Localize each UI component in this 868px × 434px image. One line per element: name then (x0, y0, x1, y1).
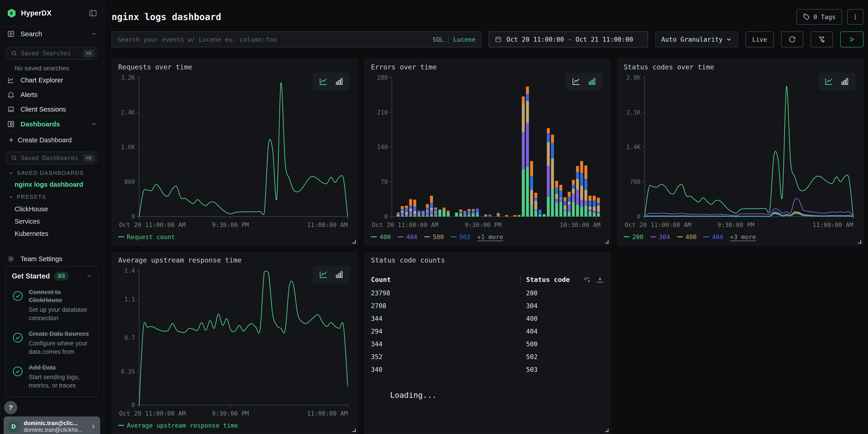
presets-section-header[interactable]: PRESETS (8, 194, 104, 200)
granularity-select[interactable]: Auto Granularity (655, 31, 738, 48)
sidebar-item-dashboards[interactable]: Dashboards (0, 117, 104, 132)
svg-text:0: 0 (131, 213, 135, 220)
chart-legend: Request count (118, 231, 351, 243)
table-row[interactable]: 344500 (371, 338, 604, 350)
sidebar-collapse-icon[interactable] (88, 9, 97, 18)
column-header-count[interactable]: Count (371, 276, 520, 283)
table-row[interactable]: 340503 (371, 363, 604, 376)
get-started-item[interactable]: Create Data Sources Configure where your… (12, 330, 92, 356)
resize-handle[interactable] (352, 429, 356, 432)
sidebar-item-chart-explorer[interactable]: Chart Explorer (0, 73, 104, 87)
nav-label: Chart Explorer (21, 76, 63, 84)
svg-text:0: 0 (384, 213, 388, 220)
status-codes-chart[interactable]: 07001.4K2.1K2.8KOct 20 11:00:00 AM9:30:0… (624, 73, 857, 231)
get-started-card: Get Started 3/3 Connect to ClickHouse Se… (5, 266, 98, 397)
dashboards-label: Dashboards (21, 120, 60, 128)
saved-searches-input[interactable]: Saved Searches ⌘K (5, 47, 98, 60)
sidebar-item-client-sessions[interactable]: Client Sessions (0, 102, 104, 117)
resize-handle[interactable] (605, 240, 609, 243)
calendar-icon (495, 36, 502, 43)
get-started-item[interactable]: Add Data Start sending logs, metrics, or… (12, 364, 92, 390)
legend-item[interactable]: 404 (398, 234, 417, 241)
svg-text:Oct 20 11:00:00 AM: Oct 20 11:00:00 AM (625, 221, 691, 228)
saved-dashboards-input[interactable]: Saved Dashboards ⌘K (5, 152, 98, 164)
legend-item[interactable]: 404 (703, 234, 723, 241)
sidebar-item-kubernetes[interactable]: Kubernetes (14, 227, 104, 240)
svg-text:140: 140 (377, 144, 388, 151)
column-header-status-code[interactable]: Status code (520, 276, 583, 284)
live-button[interactable]: Live (745, 31, 774, 48)
line-chart-icon[interactable] (824, 77, 834, 86)
user-card[interactable]: D dominic.tran@clic... dominic.tran@clic… (4, 416, 100, 434)
table-row[interactable]: 23798200 (371, 287, 604, 300)
sql-toggle[interactable]: SQL (433, 36, 444, 43)
chevron-up-icon[interactable] (86, 273, 92, 279)
bar-chart-icon[interactable] (840, 77, 849, 86)
brand-name: HyperDX (21, 9, 52, 17)
date-range-picker[interactable]: Oct 20 11:00:00 - Oct 21 11:00:00 (489, 31, 648, 48)
sidebar-item-alerts[interactable]: Alerts (0, 87, 104, 102)
svg-text:210: 210 (377, 109, 388, 116)
legend-more-link[interactable]: +1 more (477, 234, 503, 241)
cell-count: 344 (371, 315, 520, 322)
line-chart-icon[interactable] (318, 270, 328, 279)
legend-item[interactable]: Request count (118, 234, 175, 241)
check-circle-icon (12, 290, 24, 302)
resize-handle[interactable] (352, 240, 356, 243)
filter-button[interactable] (811, 31, 833, 48)
refresh-button[interactable] (781, 31, 803, 48)
sidebar-item-team-settings[interactable]: Team Settings (0, 252, 104, 266)
loading-text: Loading... (390, 391, 604, 400)
table-row[interactable]: 2708304 (371, 300, 604, 312)
table-row[interactable]: 344400 (371, 312, 604, 325)
legend-item[interactable]: 200 (624, 234, 644, 241)
chevron-up-icon[interactable] (91, 121, 97, 127)
tags-button[interactable]: 0 Tags (797, 9, 842, 25)
panel-title: Errors over time (371, 63, 604, 73)
sidebar-item-nginx-logs-dashboard[interactable]: nginx logs dashboard (14, 181, 104, 188)
tags-label: 0 Tags (813, 13, 836, 21)
chevron-down-icon (8, 194, 14, 200)
saved-dashboards-section-header[interactable]: SAVED DASHBOARDS (8, 170, 104, 176)
tag-icon (803, 13, 810, 21)
granularity-value: Auto Granularity (661, 36, 723, 43)
line-chart-icon[interactable] (571, 77, 581, 86)
bar-chart-icon[interactable] (335, 77, 344, 86)
line-chart-icon[interactable] (318, 77, 328, 86)
get-started-item[interactable]: Connect to ClickHouse Set up your databa… (12, 288, 92, 322)
get-started-header[interactable]: Get Started 3/3 (12, 272, 92, 281)
download-icon[interactable] (596, 276, 604, 284)
help-button[interactable]: ? (4, 401, 17, 414)
resize-handle[interactable] (858, 240, 861, 243)
sidebar-item-services[interactable]: Services (14, 215, 104, 227)
legend-item[interactable]: 500 (424, 234, 444, 241)
table-row[interactable]: 352502 (371, 350, 604, 363)
table-row[interactable]: 294404 (371, 325, 604, 338)
resize-handle[interactable] (605, 429, 609, 432)
legend-item[interactable]: 502 (451, 234, 470, 241)
lucene-toggle[interactable]: Lucene (453, 36, 475, 43)
search-input[interactable] (118, 36, 428, 43)
sidebar-item-search[interactable]: Search (0, 26, 104, 41)
errors-chart[interactable]: 070140210280Oct 20 11:00:00 AM9:30:00 PM… (371, 73, 604, 231)
legend-more-link[interactable]: +3 more (730, 234, 756, 241)
requests-chart[interactable]: 08001.6K2.4K3.2KOct 20 11:00:00 AM9:30:0… (118, 73, 351, 231)
chevron-up-icon[interactable] (91, 31, 97, 37)
legend-item[interactable]: Average upstream response time (118, 422, 238, 429)
refresh-icon (788, 36, 796, 43)
create-dashboard-button[interactable]: Create Dashboard (8, 134, 104, 146)
wrap-lines-icon[interactable] (583, 276, 591, 284)
sidebar-item-clickhouse[interactable]: ClickHouse (14, 203, 104, 215)
run-query-button[interactable] (840, 31, 863, 48)
chart-view-toggle (565, 73, 603, 90)
avg-upstream-chart[interactable]: 00.350.71.11.4Oct 20 11:00:00 AM9:30:00 … (118, 267, 351, 420)
legend-item[interactable]: 304 (650, 234, 670, 241)
legend-item[interactable]: 400 (677, 234, 697, 241)
more-menu-button[interactable] (847, 9, 863, 25)
legend-item[interactable]: 400 (371, 234, 391, 241)
status-code-table: Count Status code 2379820027083043444002… (371, 273, 604, 376)
chart-view-toggle (818, 73, 856, 90)
legend-dash (677, 236, 683, 237)
bar-chart-icon[interactable] (587, 77, 597, 86)
bar-chart-icon[interactable] (335, 270, 344, 279)
